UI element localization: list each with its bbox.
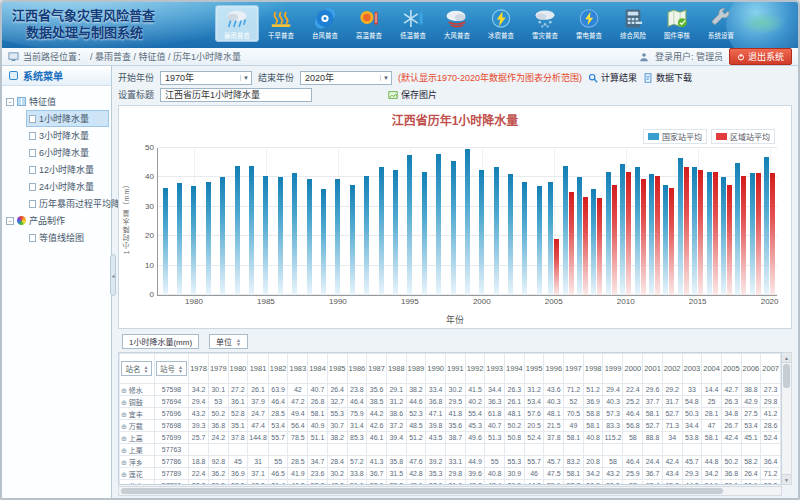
tree-node-1[interactable]: -特征值	[6, 93, 109, 110]
national-bar-2003[interactable]	[522, 182, 527, 295]
national-bar-2008[interactable]	[591, 189, 596, 295]
national-bar-2017[interactable]	[721, 177, 726, 295]
national-bar-1989[interactable]	[321, 189, 326, 295]
national-bar-1982[interactable]	[220, 177, 225, 295]
table-row[interactable]: ⊕ 莲花5778922.436.236.937.146.541.923.630.…	[120, 468, 781, 480]
sidebar-collapse-handle[interactable]: ◂	[110, 254, 116, 296]
national-bar-1986[interactable]	[278, 177, 283, 295]
toolbar-item-2[interactable]: 干旱普查	[259, 5, 303, 42]
start-year-select[interactable]: 1970年 ▼	[160, 71, 252, 85]
radio-icon[interactable]: ⊕	[121, 411, 127, 418]
year-col-header[interactable]: 1980	[228, 354, 248, 384]
data-download-button[interactable]: 数据下载	[643, 71, 692, 84]
year-col-header[interactable]: 1982	[268, 354, 288, 384]
national-bar-1998[interactable]	[451, 161, 456, 295]
national-bar-1979[interactable]	[177, 183, 182, 295]
year-col-header[interactable]: 1996	[544, 354, 564, 384]
station-name-cell[interactable]: ⊕ 莲花	[120, 468, 155, 480]
station-name-cell[interactable]: ⊕ 上高	[120, 432, 155, 444]
toolbar-item-6[interactable]: 大风普查	[435, 5, 479, 42]
regional-bar-2019[interactable]	[756, 173, 761, 295]
tree-leaf-等值线绘图[interactable]: 等值线绘图	[26, 229, 109, 246]
vertical-scroll-thumb[interactable]	[783, 364, 790, 388]
year-col-header[interactable]: 1999	[603, 354, 623, 384]
year-col-header[interactable]: 1989	[406, 354, 426, 384]
legend-item-区域站平均[interactable]: 区域站平均	[711, 129, 775, 144]
toolbar-item-5[interactable]: 低温普查	[391, 5, 435, 42]
national-bar-2019[interactable]	[750, 173, 755, 295]
national-bar-1988[interactable]	[307, 179, 312, 295]
table-row[interactable]: ⊕ 分宜5779023.829.528.562.521.440.852.842.…	[120, 480, 781, 486]
national-bar-1984[interactable]	[249, 166, 254, 295]
tree-leaf-6小时降水量[interactable]: 6小时降水量	[26, 144, 109, 161]
regional-bar-2007[interactable]	[583, 197, 588, 295]
year-col-header[interactable]: 1985	[327, 354, 347, 384]
year-col-header[interactable]: 2002	[662, 354, 682, 384]
station-name-cell[interactable]: ⊕ 上栗	[120, 444, 155, 456]
station-name-cell[interactable]: ⊕ 分宜	[120, 480, 155, 486]
tree-leaf-24小时降水量[interactable]: 24小时降水量	[26, 178, 109, 195]
national-bar-1990[interactable]	[335, 179, 340, 295]
regional-bar-2011[interactable]	[641, 179, 646, 295]
station-name-cell[interactable]: ⊕ 宜丰	[120, 408, 155, 420]
national-bar-2011[interactable]	[635, 167, 640, 295]
national-bar-2016[interactable]	[707, 172, 712, 295]
national-bar-2009[interactable]	[606, 172, 611, 295]
tree-node-2[interactable]: -产品制作	[6, 212, 109, 229]
national-bar-1991[interactable]	[350, 185, 355, 295]
national-bar-1995[interactable]	[407, 155, 412, 295]
regional-bar-2017[interactable]	[727, 185, 732, 295]
scroll-up-icon[interactable]: ▲	[782, 353, 791, 363]
expander-icon[interactable]: -	[6, 217, 14, 225]
save-image-button[interactable]: 保存图片	[388, 88, 437, 101]
tree-leaf-12小时降水量[interactable]: 12小时降水量	[26, 161, 109, 178]
national-bar-2004[interactable]	[537, 186, 542, 295]
national-bar-1993[interactable]	[379, 167, 384, 295]
expander-icon[interactable]: -	[6, 98, 14, 106]
regional-bar-2013[interactable]	[669, 188, 674, 295]
year-col-header[interactable]: 2007	[761, 354, 781, 384]
chart-title-input[interactable]	[160, 88, 312, 102]
horizontal-scrollbar[interactable]	[118, 486, 782, 496]
year-col-header[interactable]: 1979	[208, 354, 228, 384]
breadcrumb-path[interactable]: / 暴雨普查 / 特征值 / 历年1小时降水量	[90, 50, 241, 63]
year-col-header[interactable]: 2000	[623, 354, 643, 384]
national-bar-2006[interactable]	[563, 166, 568, 295]
year-col-header[interactable]: 2004	[702, 354, 722, 384]
national-bar-1996[interactable]	[422, 172, 427, 295]
national-bar-2005[interactable]	[548, 182, 553, 295]
year-col-header[interactable]: 1998	[583, 354, 603, 384]
table-row[interactable]: ⊕ 万载5769839.336.835.147.453.456.440.930.…	[120, 420, 781, 432]
tree-leaf-历年暴雨过程平均降水量[interactable]: 历年暴雨过程平均降水量	[26, 195, 109, 212]
regional-bar-2018[interactable]	[741, 176, 746, 295]
national-bar-1994[interactable]	[393, 170, 398, 295]
national-bar-2012[interactable]	[649, 174, 654, 295]
table-row[interactable]: ⊕ 萍乡5778618.892.845315528.534.728.457.24…	[120, 456, 781, 468]
toolbar-item-10[interactable]: 综合风险	[611, 5, 655, 42]
year-col-header[interactable]: 1990	[426, 354, 446, 384]
national-bar-1978[interactable]	[163, 188, 168, 295]
unit-sort-box[interactable]: 单位 ▲▼	[209, 334, 248, 349]
radio-icon[interactable]: ⊕	[121, 435, 127, 442]
station-name-cell[interactable]: ⊕ 萍乡	[120, 456, 155, 468]
toolbar-item-1[interactable]: 暴雨普查	[215, 5, 259, 42]
regional-bar-2012[interactable]	[655, 176, 660, 295]
col-station-header[interactable]: 站名 ▲▼	[120, 354, 155, 384]
national-bar-1985[interactable]	[263, 176, 268, 295]
radio-icon[interactable]: ⊕	[121, 447, 127, 454]
regional-bar-2020[interactable]	[770, 173, 775, 295]
year-col-header[interactable]: 1986	[347, 354, 367, 384]
toolbar-item-11[interactable]: 图件审核	[655, 5, 699, 42]
national-bar-2001[interactable]	[494, 167, 499, 295]
end-year-select[interactable]: 2020年 ▼	[300, 71, 392, 85]
table-row[interactable]: ⊕ 铜鼓5769429.45336.137.946.447.226.832.74…	[120, 396, 781, 408]
national-bar-1983[interactable]	[235, 166, 240, 295]
national-bar-2020[interactable]	[764, 157, 769, 295]
table-row[interactable]: ⊕ 宜丰5769643.250.252.824.728.549.458.155.…	[120, 408, 781, 420]
national-bar-1999[interactable]	[465, 149, 470, 295]
toolbar-item-12[interactable]: 系统设置	[699, 5, 743, 42]
regional-bar-2016[interactable]	[713, 172, 718, 295]
table-row[interactable]: ⊕ 上高5769925.724.237.8144.855.778.551.138…	[120, 432, 781, 444]
year-col-header[interactable]: 1995	[524, 354, 544, 384]
national-bar-1997[interactable]	[436, 154, 441, 295]
